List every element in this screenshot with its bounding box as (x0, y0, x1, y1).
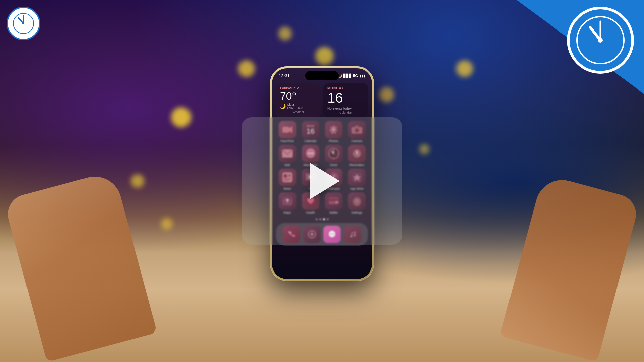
svg-point-12 (335, 127, 337, 129)
app-photos[interactable]: Photos (323, 121, 344, 143)
phone-screen: 12:31 🌙 ▊▊▊ 5G ▮▮▮ Louisville ↗ (272, 68, 372, 279)
news-icon (279, 169, 296, 186)
app-tv[interactable]: TV (300, 169, 321, 190)
bokeh-6 (379, 87, 394, 102)
settings-icon (348, 192, 366, 210)
svg-point-67 (332, 233, 333, 234)
app-wallet[interactable]: Wallet (323, 192, 344, 214)
svg-point-3 (22, 22, 24, 24)
dock-messages[interactable] (323, 226, 341, 243)
dock-phone[interactable] (283, 226, 300, 243)
app-health[interactable]: Health (300, 192, 321, 214)
dock-safari[interactable] (303, 226, 321, 243)
tv-icon (302, 169, 319, 186)
widgets-area: Louisville ↗ 70° 🌙 Clear H:87° L:63° (272, 80, 372, 119)
svg-point-68 (333, 233, 334, 234)
clock-app-icon (325, 145, 342, 162)
arrow-icon: ↗ (296, 86, 299, 90)
wallet-icon (325, 192, 342, 210)
app-news[interactable]: News (277, 169, 298, 190)
reminders-label: Reminders (350, 163, 364, 167)
bokeh-2 (131, 174, 144, 188)
photos-label: Photos (329, 139, 338, 143)
svg-point-10 (332, 128, 336, 132)
svg-rect-49 (309, 181, 312, 182)
bokeh-7 (419, 144, 429, 154)
calendar-no-events: No events today (327, 107, 364, 110)
app-maps[interactable]: Maps (277, 192, 298, 214)
svg-line-1 (18, 18, 23, 23)
app-calendar[interactable]: MON 16 Calendar (300, 121, 321, 143)
app-appstore[interactable]: App Store (346, 169, 367, 190)
svg-point-14 (334, 132, 336, 134)
facetime-label: FaceTime (281, 139, 294, 143)
svg-point-26 (310, 153, 311, 154)
podcasts-label: Podcasts (327, 187, 340, 190)
svg-rect-59 (329, 197, 335, 199)
svg-point-25 (308, 153, 309, 154)
maps-label: Maps (283, 211, 291, 214)
tv-label: TV (309, 187, 313, 190)
podcasts-icon (325, 169, 342, 186)
reminders-icon (348, 145, 366, 162)
svg-line-5 (590, 27, 600, 40)
calendar-icon-date: MON 16 (306, 124, 314, 135)
calendar-app-label: Calendar (304, 139, 317, 143)
signal-icon: ▊▊▊ (343, 74, 352, 78)
messages-label: Messages (304, 163, 317, 167)
photos-icon (325, 121, 342, 138)
clock-label: Clock (330, 163, 337, 167)
app-mail[interactable]: Mail (277, 145, 298, 167)
svg-point-66 (330, 233, 331, 234)
app-clock[interactable]: Clock (323, 145, 344, 167)
bokeh-5 (315, 47, 334, 65)
mail-label: Mail (284, 163, 290, 167)
svg-point-37 (333, 153, 334, 154)
page-dot-4 (327, 218, 329, 220)
wallet-label: Wallet (329, 211, 338, 214)
weather-widget[interactable]: Louisville ↗ 70° 🌙 Clear H:87° L:63° (276, 83, 321, 117)
facetime-icon (279, 121, 296, 138)
clock-icon-large (567, 7, 634, 74)
status-icons: 🌙 ▊▊▊ 5G ▮▮▮ (338, 74, 365, 78)
dynamic-island (305, 71, 339, 80)
status-time: 12:31 (279, 73, 290, 78)
weather-highlow: H:87° L:63° (287, 106, 303, 110)
app-facetime[interactable]: FaceTime (277, 121, 298, 143)
camera-label: Camera (351, 139, 362, 143)
calendar-widget[interactable]: MONDAY 16 No events today Calendar (323, 83, 368, 117)
settings-label: Settings (351, 211, 362, 214)
app-podcasts[interactable]: Podcasts (323, 169, 344, 190)
battery-icon: ▮▮▮ (359, 74, 365, 78)
app-camera[interactable]: Camera (346, 121, 367, 143)
svg-point-70 (350, 235, 352, 237)
bokeh-1 (171, 107, 191, 127)
bokeh-3 (238, 60, 255, 77)
dock-music[interactable] (344, 226, 361, 243)
app-settings[interactable]: Settings (346, 192, 367, 214)
svg-point-51 (332, 175, 335, 178)
mail-icon (279, 145, 296, 162)
app-grid-row1: FaceTime MON 16 Calendar (272, 119, 372, 216)
appstore-label: App Store (350, 187, 363, 190)
calendar-day-number: 16 (327, 90, 364, 106)
camera-icon (348, 121, 366, 138)
app-reminders[interactable]: Reminders (346, 145, 367, 167)
weather-condition: Clear (287, 103, 303, 106)
weather-temperature: 70° (280, 90, 317, 102)
dock (276, 223, 368, 246)
svg-rect-42 (284, 174, 287, 178)
news-label: News (283, 187, 291, 190)
calendar-widget-label: Calendar (327, 111, 364, 114)
page-dots (272, 216, 372, 222)
network-type: 5G (353, 74, 358, 78)
app-messages[interactable]: Messages (300, 145, 321, 167)
svg-rect-22 (360, 128, 361, 129)
clock-icon-small (7, 7, 40, 40)
page-dot-1 (316, 218, 318, 220)
appstore-icon (348, 169, 366, 186)
health-icon (302, 192, 319, 210)
svg-marker-9 (289, 126, 292, 133)
moon-icon: 🌙 (338, 74, 342, 78)
svg-point-71 (354, 234, 356, 236)
